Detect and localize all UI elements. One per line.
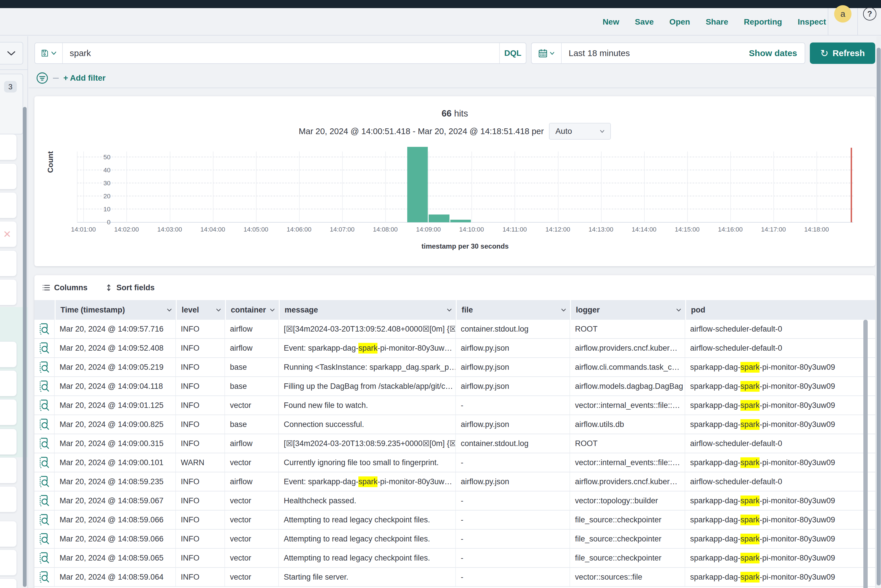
page-scrollbar[interactable] bbox=[876, 48, 881, 585]
search-highlight: spark bbox=[740, 534, 759, 544]
dql-language-button[interactable]: DQL bbox=[499, 43, 526, 63]
file-cell: airflow.py.json bbox=[456, 415, 570, 434]
topnav-link-reporting[interactable]: Reporting bbox=[744, 17, 782, 27]
remove-field-icon[interactable]: ✕ bbox=[3, 228, 12, 240]
help-icon[interactable]: ? bbox=[863, 7, 876, 21]
inspect-document-icon bbox=[39, 476, 50, 488]
histogram-bar[interactable] bbox=[450, 220, 471, 222]
expand-document-button[interactable] bbox=[35, 358, 55, 376]
table-header-message[interactable]: message bbox=[279, 300, 456, 320]
field-item[interactable] bbox=[0, 549, 17, 576]
histogram-bar[interactable] bbox=[428, 214, 450, 222]
expand-document-button[interactable] bbox=[35, 320, 55, 338]
expand-document-button[interactable] bbox=[35, 434, 55, 453]
logger-cell: vector::internal_events::file::… bbox=[570, 453, 685, 472]
field-item[interactable] bbox=[0, 134, 17, 160]
inspect-document-icon bbox=[39, 514, 50, 526]
filter-bar: + Add filter bbox=[36, 70, 105, 86]
expand-document-button[interactable] bbox=[35, 568, 55, 586]
table-header-file[interactable]: file bbox=[456, 300, 570, 320]
pod-cell: sparkapp-dag-spark-pi-monitor-80y3uw09 bbox=[685, 492, 875, 510]
field-item[interactable] bbox=[0, 279, 17, 305]
filter-icon[interactable] bbox=[36, 72, 48, 84]
time-cell: Mar 20, 2024 @ 14:08:59.064 bbox=[55, 568, 176, 586]
column-menu-chevron-icon[interactable] bbox=[561, 309, 566, 312]
table-row: Mar 20, 2024 @ 14:09:00.101WARNvectorCur… bbox=[35, 453, 875, 472]
show-dates-button[interactable]: Show dates bbox=[749, 48, 804, 58]
field-item[interactable] bbox=[0, 192, 17, 218]
field-item[interactable] bbox=[0, 399, 17, 425]
avatar[interactable]: a bbox=[834, 5, 851, 22]
expand-document-button[interactable] bbox=[35, 396, 55, 414]
time-cell: Mar 20, 2024 @ 14:08:59.066 bbox=[55, 510, 176, 529]
x-gridline bbox=[730, 152, 731, 222]
x-tick-label: 14:14:00 bbox=[624, 226, 665, 233]
search-highlight: spark bbox=[740, 381, 759, 392]
field-item[interactable] bbox=[0, 521, 17, 547]
query-input[interactable]: spark bbox=[63, 48, 499, 58]
column-title: pod bbox=[691, 306, 705, 315]
table-header-time-timestamp-[interactable]: Time (timestamp) bbox=[55, 300, 176, 320]
inspect-document-icon bbox=[39, 380, 50, 392]
expand-document-button[interactable] bbox=[35, 377, 55, 396]
sort-fields-button[interactable]: Sort fields bbox=[105, 283, 155, 292]
message-cell: Event: sparkapp-dag-spark-pi-monitor-80y… bbox=[279, 339, 456, 357]
table-header-level[interactable]: level bbox=[176, 300, 225, 320]
field-item[interactable] bbox=[0, 164, 17, 189]
date-quick-select-button[interactable] bbox=[532, 43, 562, 63]
field-item[interactable] bbox=[0, 579, 17, 588]
add-filter-button[interactable]: + Add filter bbox=[63, 74, 105, 82]
field-item[interactable]: ✕ bbox=[0, 221, 17, 247]
expand-document-button[interactable] bbox=[35, 549, 55, 567]
topnav-link-save[interactable]: Save bbox=[635, 17, 654, 27]
field-item[interactable] bbox=[0, 250, 17, 276]
expand-document-button[interactable] bbox=[35, 472, 55, 491]
table-scrollbar[interactable] bbox=[863, 320, 868, 588]
file-cell: airflow.py.json bbox=[456, 472, 570, 491]
expand-document-button[interactable] bbox=[35, 339, 55, 357]
pod-cell: sparkapp-dag-spark-pi-monitor-80y3uw09 bbox=[685, 415, 875, 434]
table-header-logger[interactable]: logger bbox=[570, 300, 685, 320]
sidebar-scrollbar[interactable] bbox=[23, 107, 27, 587]
column-menu-chevron-icon[interactable] bbox=[447, 309, 452, 312]
inspect-document-icon bbox=[39, 399, 50, 411]
columns-button[interactable]: Columns bbox=[42, 283, 88, 292]
field-item[interactable] bbox=[0, 341, 17, 368]
column-menu-chevron-icon[interactable] bbox=[676, 309, 681, 312]
file-cell: - bbox=[456, 492, 570, 510]
table-row: Mar 20, 2024 @ 14:09:01.125INFOvectorFou… bbox=[35, 396, 875, 415]
expand-document-button[interactable] bbox=[35, 453, 55, 472]
field-item[interactable] bbox=[0, 429, 17, 455]
table-header-container[interactable]: container bbox=[225, 300, 279, 320]
pod-cell: sparkapp-dag-spark-pi-monitor-80y3uw09 bbox=[685, 549, 875, 567]
x-gridline bbox=[773, 152, 774, 222]
topnav-link-new[interactable]: New bbox=[603, 17, 619, 27]
time-cell: Mar 20, 2024 @ 14:08:59.067 bbox=[55, 492, 176, 510]
column-menu-chevron-icon[interactable] bbox=[270, 309, 275, 312]
topnav-link-share[interactable]: Share bbox=[706, 17, 728, 27]
column-menu-chevron-icon[interactable] bbox=[216, 309, 221, 312]
histogram-chart[interactable]: 0102030405014:01:0014:02:0014:03:0014:04… bbox=[77, 143, 853, 222]
time-range-value[interactable]: Last 18 minutes bbox=[562, 48, 749, 58]
message-cell: Filling up the DagBag from /stackable/ap… bbox=[279, 377, 456, 396]
expand-document-button[interactable] bbox=[35, 492, 55, 510]
time-cell: Mar 20, 2024 @ 14:09:00.101 bbox=[55, 453, 176, 472]
field-item[interactable] bbox=[0, 370, 17, 396]
column-menu-chevron-icon[interactable] bbox=[167, 309, 172, 312]
message-cell: Connection successful. bbox=[279, 415, 456, 434]
refresh-button[interactable]: ↻ Refresh bbox=[810, 42, 875, 64]
saved-query-menu-button[interactable] bbox=[35, 43, 63, 63]
logger-cell: airflow.utils.db bbox=[570, 415, 685, 434]
field-item[interactable] bbox=[0, 486, 17, 512]
topnav-link-open[interactable]: Open bbox=[669, 17, 690, 27]
topnav-link-inspect[interactable]: Inspect bbox=[798, 17, 826, 27]
sidebar-collapse-button[interactable] bbox=[0, 42, 23, 64]
column-title: level bbox=[182, 306, 199, 315]
table-header-pod[interactable]: pod bbox=[685, 300, 875, 320]
expand-document-button[interactable] bbox=[35, 415, 55, 434]
field-item[interactable] bbox=[0, 458, 17, 483]
histogram-bar[interactable] bbox=[407, 147, 428, 222]
expand-document-button[interactable] bbox=[35, 530, 55, 548]
interval-select[interactable]: Auto bbox=[549, 123, 611, 140]
expand-document-button[interactable] bbox=[35, 510, 55, 529]
